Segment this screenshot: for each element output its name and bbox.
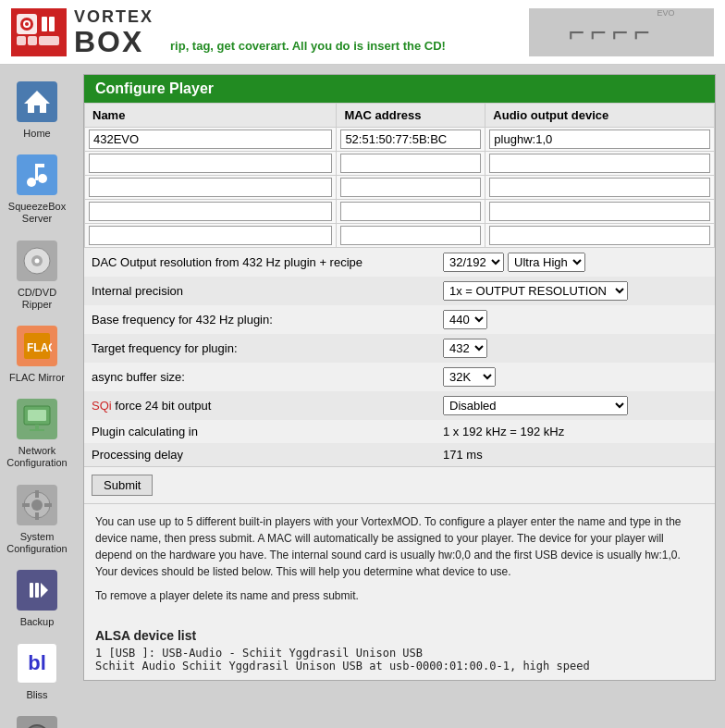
player-audio-4[interactable] (489, 202, 710, 221)
svg-point-17 (35, 258, 40, 263)
target-freq-row: Target frequency for plugin: 432 440 444 (84, 334, 715, 363)
player-name-2[interactable] (89, 154, 332, 173)
player-mac-4[interactable] (340, 202, 481, 221)
sidebar-item-backup-label: Backup (20, 616, 55, 628)
calc-value: 1 x 192 kHz = 192 kHz (436, 420, 715, 443)
system-icon-wrapper (13, 481, 61, 529)
tagline: rip, tag, get coverart. All you do is in… (170, 39, 446, 56)
bottom-icon-wrapper (13, 712, 61, 728)
async-select[interactable]: 32K 16K 64K 128K (443, 367, 496, 387)
sqi-select[interactable]: Disabled Enabled (443, 396, 628, 415)
base-freq-row: Base frequency for 432 Hz plugin: 440 44… (84, 305, 715, 334)
sqi-label-post: force 24 bit output (112, 399, 212, 413)
description-para-2: To remove a player delete its name and p… (95, 587, 704, 604)
player-audio-1[interactable] (489, 130, 710, 149)
player-audio-3[interactable] (489, 178, 710, 197)
flac-icon-wrapper: FLAC (13, 322, 61, 370)
precision-select[interactable]: 1x = OUTPUT RESOLUTION 2x = OUTPUT RESOL… (443, 281, 628, 301)
svg-rect-23 (30, 429, 44, 431)
bliss-icon-text: bl (28, 651, 46, 675)
svg-rect-22 (35, 425, 39, 429)
delay-row: Processing delay 171 ms (84, 443, 715, 466)
submit-button[interactable]: Submit (92, 475, 153, 496)
player-mac-1[interactable] (340, 130, 481, 149)
flac-svg: FLAC (22, 331, 52, 361)
base-freq-label: Base frequency for 432 Hz plugin: (84, 305, 436, 334)
delay-label: Processing delay (84, 443, 436, 466)
configure-title-text: Configure Player (95, 80, 214, 96)
svg-point-25 (31, 500, 43, 511)
sidebar-item-squeezebox[interactable]: SqueezeBox Server (4, 147, 70, 228)
lern-logo-box: ⌐⌐⌐⌐ EVO (529, 8, 714, 56)
configure-title: Configure Player (84, 75, 715, 103)
main-layout: Home SqueezeBox Server (0, 65, 725, 728)
calc-row: Plugin calculating in 1 x 192 kHz = 192 … (84, 420, 715, 443)
sidebar-item-backup[interactable]: Backup (4, 562, 70, 632)
sidebar-item-network[interactable]: Network Configuration (4, 391, 70, 473)
player-name-4[interactable] (89, 202, 332, 221)
delay-value: 171 ms (436, 443, 715, 466)
target-freq-label: Target frequency for plugin: (84, 334, 436, 363)
dac-quality-select[interactable]: Ultra High High Medium Low (508, 253, 585, 272)
sidebar-item-home-label: Home (23, 128, 50, 140)
sidebar-item-flac-label: FLAC Mirror (9, 372, 65, 384)
player-mac-5[interactable] (340, 226, 481, 245)
player-mac-3[interactable] (340, 178, 481, 197)
sidebar-item-flac[interactable]: FLAC FLAC Mirror (4, 318, 70, 388)
description: You can use up to 5 different built-in p… (84, 504, 715, 621)
lern-logo-text: ⌐⌐⌐⌐ (568, 17, 655, 48)
logo-area: VORTEX BOX rip, tag, get coverart. All y… (11, 7, 446, 56)
svg-rect-27 (35, 512, 39, 520)
player-name-3[interactable] (89, 178, 332, 197)
lern-logo: ⌐⌐⌐⌐ EVO (529, 8, 714, 56)
network-icon-wrapper (13, 395, 61, 443)
header: VORTEX BOX rip, tag, get coverart. All y… (0, 0, 725, 65)
sidebar-item-cddvd[interactable]: CD/DVD Ripper (4, 233, 70, 315)
dac-resolution-select[interactable]: 32/192 24/192 24/96 24/48 16/48 (443, 253, 504, 272)
house-svg (22, 87, 52, 117)
table-row (85, 128, 715, 152)
player-audio-2[interactable] (489, 154, 710, 173)
sidebar-item-bottom[interactable] (4, 709, 70, 728)
svg-rect-9 (39, 36, 59, 45)
player-audio-5[interactable] (489, 226, 710, 245)
table-row (85, 176, 715, 200)
col-header-name: Name (85, 104, 337, 128)
svg-rect-26 (35, 490, 39, 498)
player-name-5[interactable] (89, 226, 332, 245)
bottom-svg (22, 722, 52, 728)
sidebar-item-home[interactable]: Home (4, 74, 70, 143)
col-header-mac: MAC address (337, 104, 485, 128)
sidebar-item-system-label: System Configuration (6, 531, 67, 555)
dac-label: DAC Output resolution from 432 Hz plugin… (84, 248, 436, 277)
svg-rect-31 (30, 583, 33, 598)
sidebar-item-system[interactable]: System Configuration (4, 477, 70, 559)
brand-vortex: VORTEX (74, 7, 154, 27)
svg-rect-7 (42, 17, 47, 31)
svg-point-12 (38, 174, 47, 183)
settings-table: DAC Output resolution from 432 Hz plugin… (84, 248, 715, 466)
async-label: async buffer size: (84, 363, 436, 391)
configure-panel: Configure Player Name MAC address Audio … (83, 74, 716, 681)
cd-icon-wrapper (13, 237, 61, 285)
dac-controls: 32/192 24/192 24/96 24/48 16/48 Ultra Hi… (443, 253, 707, 272)
sqi-cell: SQi force 24 bit output (84, 391, 436, 420)
svg-rect-4 (17, 36, 26, 45)
description-para-1: You can use up to 5 different built-in p… (95, 513, 704, 580)
target-freq-select[interactable]: 432 440 444 (443, 339, 487, 358)
player-name-1[interactable] (89, 130, 332, 149)
player-mac-2[interactable] (340, 154, 481, 173)
svg-rect-5 (28, 36, 37, 45)
sqi-link[interactable]: SQi (92, 399, 112, 413)
house-icon (17, 81, 57, 122)
base-freq-select[interactable]: 440 441 444 432 (443, 310, 487, 329)
svg-point-3 (25, 22, 29, 26)
evo-badge: EVO (657, 8, 675, 18)
music-icon-wrapper (13, 151, 61, 199)
brand-box: BOX (74, 27, 154, 56)
logo-text: VORTEX BOX (74, 7, 154, 56)
sidebar-item-bliss[interactable]: bl Bliss (4, 635, 70, 705)
svg-rect-14 (35, 164, 44, 167)
alsa-device-1: 1 [USB ]: USB-Audio - Schiit Yggdrasil U… (95, 647, 704, 672)
system-icon (17, 485, 57, 525)
